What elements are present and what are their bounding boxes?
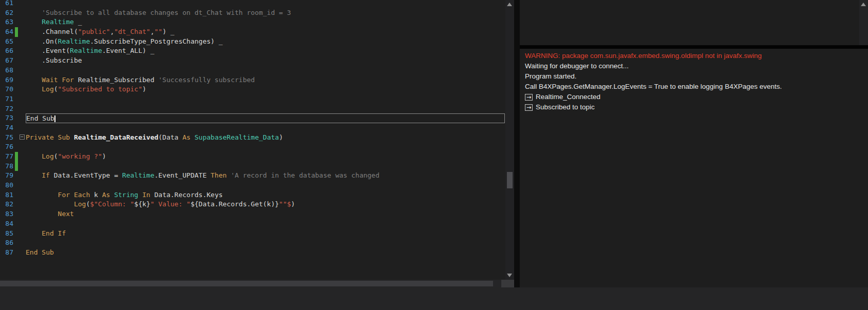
line-number[interactable]: 78 <box>0 162 13 171</box>
log-pane[interactable]: WARNING: package com.sun.javafx.embed.sw… <box>520 49 868 287</box>
code-text[interactable]: Realtime _ <box>26 17 505 27</box>
code-text[interactable]: End Sub <box>26 113 505 123</box>
code-text[interactable]: For Each k As String In Data.Records.Key… <box>26 190 505 200</box>
code-line[interactable]: 87End Sub <box>0 248 505 258</box>
code-line[interactable]: 84 <box>0 219 505 229</box>
line-number[interactable]: 63 <box>0 17 13 27</box>
pane-splitter[interactable] <box>514 0 520 287</box>
code-line[interactable]: 86 <box>0 238 505 248</box>
line-number[interactable]: 74 <box>0 123 13 133</box>
code-line[interactable]: 83Next <box>0 209 505 219</box>
code-line[interactable]: 81For Each k As String In Data.Records.K… <box>0 190 505 200</box>
line-number[interactable]: 62 <box>0 8 13 18</box>
code-line[interactable]: 76 <box>0 142 505 152</box>
line-number[interactable]: 76 <box>0 142 13 152</box>
code-text[interactable]: .Channel("public","dt_Chat","") _ <box>26 27 505 37</box>
code-line[interactable]: 78 <box>0 162 505 171</box>
line-number[interactable]: 87 <box>0 248 13 258</box>
code-text[interactable]: Wait For Realtime_Subscribed 'Successful… <box>26 75 505 85</box>
code-text[interactable]: Log("Subscribed to topic") <box>26 85 505 94</box>
code-line[interactable]: 61 <box>0 0 505 8</box>
code-text[interactable]: 'Subscribe to all database changes on dt… <box>26 8 505 18</box>
code-text[interactable]: Private Sub Realtime_DataReceived(Data A… <box>26 133 505 143</box>
code-line[interactable]: 66.Event(Realtime.Event_ALL) _ <box>0 46 505 56</box>
line-number[interactable]: 75 <box>0 133 13 143</box>
code-text[interactable] <box>26 123 505 133</box>
code-text[interactable] <box>26 219 505 229</box>
fold-gutter <box>18 104 26 114</box>
code-text[interactable]: .Subscribe <box>26 56 505 66</box>
code-line[interactable]: 72 <box>0 104 505 114</box>
code-text[interactable] <box>26 181 505 190</box>
fold-gutter <box>18 229 26 239</box>
code-text[interactable] <box>26 66 505 75</box>
line-number[interactable]: 83 <box>0 209 13 219</box>
code-text[interactable]: End If <box>26 229 505 239</box>
code-line[interactable]: 68 <box>0 66 505 75</box>
code-text[interactable] <box>26 104 505 114</box>
line-number[interactable]: 81 <box>0 190 13 200</box>
right-top-pane[interactable] <box>520 0 868 45</box>
line-number[interactable]: 77 <box>0 152 13 162</box>
editor-horizontal-scrollbar[interactable] <box>0 280 514 287</box>
horizontal-scrollbar-thumb[interactable] <box>0 281 493 286</box>
code-line[interactable]: 67.Subscribe <box>0 56 505 66</box>
line-number[interactable]: 64 <box>0 27 13 37</box>
code-line[interactable]: 85End If <box>0 229 505 239</box>
code-text[interactable]: Next <box>26 209 505 219</box>
code-line[interactable]: 74 <box>0 123 505 133</box>
code-text[interactable]: .Event(Realtime.Event_ALL) _ <box>26 46 505 56</box>
vertical-scrollbar-thumb[interactable] <box>507 172 513 188</box>
code-text[interactable] <box>26 142 505 152</box>
line-number[interactable]: 84 <box>0 219 13 229</box>
code-text[interactable]: End Sub <box>26 248 505 258</box>
code-token: .Event_ALL) _ <box>102 47 155 54</box>
code-line[interactable]: 71 <box>0 94 505 104</box>
code-line[interactable]: 62'Subscribe to all database changes on … <box>0 8 505 18</box>
line-number[interactable]: 65 <box>0 37 13 47</box>
code-line[interactable]: 79If Data.EventType = Realtime.Event_UPD… <box>0 171 505 181</box>
scroll-up-arrow-icon[interactable] <box>861 3 866 6</box>
line-number[interactable]: 67 <box>0 56 13 66</box>
code-line[interactable]: 70Log("Subscribed to topic") <box>0 85 505 94</box>
line-number[interactable]: 80 <box>0 181 13 190</box>
code-line[interactable]: 69Wait For Realtime_Subscribed 'Successf… <box>0 75 505 85</box>
line-number[interactable]: 73 <box>0 113 13 123</box>
code-line[interactable]: 65.On(Realtime.SubscribeType_PostgresCha… <box>0 37 505 47</box>
line-number[interactable]: 68 <box>0 66 13 75</box>
code-text[interactable]: If Data.EventType = Realtime.Event_UPDAT… <box>26 171 505 181</box>
code-line[interactable]: 82Log($"Column: "${k}" Value: "${Data.Re… <box>0 200 505 209</box>
code-text[interactable]: Log("working ?") <box>26 152 505 162</box>
line-number[interactable]: 71 <box>0 94 13 104</box>
code-line[interactable]: 64.Channel("public","dt_Chat","") _ <box>0 27 505 37</box>
line-number[interactable]: 85 <box>0 229 13 239</box>
code-text[interactable] <box>26 162 505 171</box>
line-number[interactable]: 79 <box>0 171 13 181</box>
fold-collapse-icon[interactable]: − <box>20 134 25 140</box>
code-text[interactable] <box>26 94 505 104</box>
line-number[interactable]: 86 <box>0 238 13 248</box>
event-arrow-icon: → <box>525 104 533 111</box>
code-text[interactable]: .On(Realtime.SubscribeType_PostgresChang… <box>26 37 505 47</box>
editor-vertical-scrollbar[interactable] <box>505 0 514 280</box>
code-line[interactable]: 77Log("working ?") <box>0 152 505 162</box>
code-editor[interactable]: 6162'Subscribe to all database changes o… <box>0 0 505 280</box>
log-pane-divider <box>520 45 868 49</box>
code-text[interactable]: Log($"Column: "${k}" Value: "${Data.Reco… <box>26 200 505 209</box>
code-line[interactable]: 80 <box>0 181 505 190</box>
line-number[interactable]: 72 <box>0 104 13 114</box>
scroll-up-arrow-icon[interactable] <box>507 3 512 6</box>
line-number[interactable]: 70 <box>0 85 13 94</box>
line-number[interactable]: 66 <box>0 46 13 56</box>
scroll-down-arrow-icon[interactable] <box>507 274 512 277</box>
code-line[interactable]: 75−Private Sub Realtime_DataReceived(Dat… <box>0 133 505 143</box>
code-token: "Subscribed to topic" <box>58 85 142 93</box>
right-pane-scrollbar[interactable] <box>859 0 868 45</box>
code-line[interactable]: 63Realtime _ <box>0 17 505 27</box>
code-text[interactable] <box>26 0 505 8</box>
code-line[interactable]: 73End Sub <box>0 113 505 123</box>
line-number[interactable]: 61 <box>0 0 13 8</box>
code-text[interactable] <box>26 238 505 248</box>
line-number[interactable]: 82 <box>0 200 13 209</box>
line-number[interactable]: 69 <box>0 75 13 85</box>
